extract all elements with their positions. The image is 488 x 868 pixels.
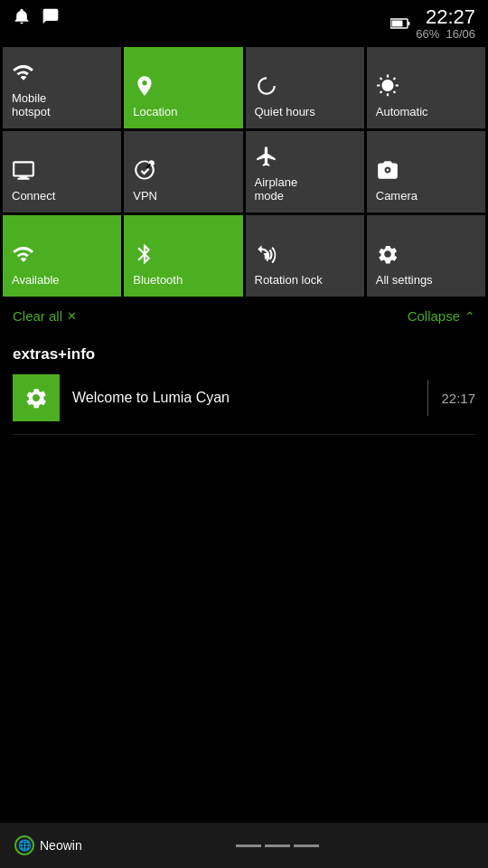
tiles-grid: Mobilehotspot Location Quiet hours Autom… — [0, 44, 488, 299]
settings-icon — [376, 242, 399, 269]
status-bar: 22:27 66% 16/06 — [0, 0, 488, 44]
notif-time: 22:17 — [441, 391, 475, 406]
tile-camera-label: Camera — [376, 189, 418, 203]
notif-text: Welcome to Lumia Cyan — [72, 390, 415, 406]
notif-divider — [427, 380, 428, 416]
neowin-brand: Neowin — [40, 838, 82, 853]
tile-quiet-hours-label: Quiet hours — [255, 105, 315, 119]
chevron-up-icon: ⌃ — [465, 309, 475, 324]
collapse-label: Collapse — [408, 308, 460, 324]
action-bar: Clear all ✕ Collapse ⌃ — [0, 299, 488, 333]
status-time: 22:27 — [426, 7, 475, 27]
svg-line-4 — [146, 165, 150, 168]
wifi-icon — [12, 242, 35, 269]
battery-icon — [390, 16, 410, 33]
tile-available[interactable]: Available — [3, 215, 121, 297]
tile-rotation-lock[interactable]: Rotation lock — [246, 215, 364, 297]
collapse-button[interactable]: Collapse ⌃ — [408, 308, 475, 324]
tile-automatic[interactable]: Automatic — [367, 47, 485, 128]
sun-icon — [376, 74, 399, 101]
screen-icon — [12, 158, 35, 185]
tile-location-label: Location — [133, 105, 177, 119]
svg-rect-2 — [408, 22, 410, 25]
tile-vpn-label: VPN — [133, 189, 157, 203]
tile-quiet-hours[interactable]: Quiet hours — [246, 47, 364, 128]
notifications-panel: extras+info Welcome to Lumia Cyan 22:17 — [0, 333, 488, 435]
tile-location[interactable]: Location — [124, 47, 242, 128]
bottom-line-3 — [294, 844, 319, 847]
notification-icon — [13, 7, 31, 30]
airplane-icon — [255, 145, 278, 172]
svg-rect-6 — [263, 253, 269, 255]
tile-all-settings-label: All settings — [376, 273, 433, 288]
location-icon — [133, 74, 156, 101]
tile-mobile-hotspot-label: Mobilehotspot — [12, 91, 51, 119]
neowin-globe-icon: 🌐 — [14, 835, 34, 855]
status-sub: 66% 16/06 — [416, 27, 475, 41]
hotspot-icon — [12, 61, 35, 88]
neowin-logo: 🌐 Neowin — [14, 835, 82, 855]
tile-airplane-mode[interactable]: Airplanemode — [246, 131, 364, 212]
moon-icon — [255, 74, 278, 101]
close-icon: ✕ — [67, 309, 77, 323]
notif-title: Welcome to Lumia Cyan — [72, 390, 230, 405]
bottom-center-indicator — [236, 844, 319, 847]
tile-available-label: Available — [12, 273, 60, 288]
tile-rotation-lock-label: Rotation lock — [255, 273, 323, 288]
tile-camera[interactable]: Camera — [367, 131, 485, 212]
rotation-lock-icon — [255, 242, 278, 269]
vpn-icon — [133, 158, 156, 185]
bottom-line-2 — [265, 844, 290, 847]
tile-automatic-label: Automatic — [376, 105, 428, 119]
tile-bluetooth[interactable]: Bluetooth — [124, 215, 242, 297]
bottom-line-1 — [236, 844, 261, 847]
message-icon — [42, 7, 60, 30]
tile-bluetooth-label: Bluetooth — [133, 273, 183, 288]
tile-mobile-hotspot[interactable]: Mobilehotspot — [3, 47, 121, 128]
clear-all-button[interactable]: Clear all ✕ — [13, 308, 77, 324]
tile-all-settings[interactable]: All settings — [367, 215, 485, 297]
svg-rect-1 — [392, 20, 403, 26]
app-name: extras+info — [13, 345, 475, 363]
tile-connect[interactable]: Connect — [3, 131, 121, 212]
tile-connect-label: Connect — [12, 189, 55, 203]
notif-app-icon — [13, 374, 60, 421]
bluetooth-icon — [133, 242, 156, 269]
clear-all-label: Clear all — [13, 308, 62, 324]
notification-item[interactable]: Welcome to Lumia Cyan 22:17 — [13, 374, 475, 435]
bottom-bar: 🌐 Neowin — [0, 823, 488, 868]
tile-vpn[interactable]: VPN — [124, 131, 242, 212]
tile-airplane-mode-label: Airplanemode — [255, 175, 298, 203]
camera-icon — [376, 158, 399, 185]
